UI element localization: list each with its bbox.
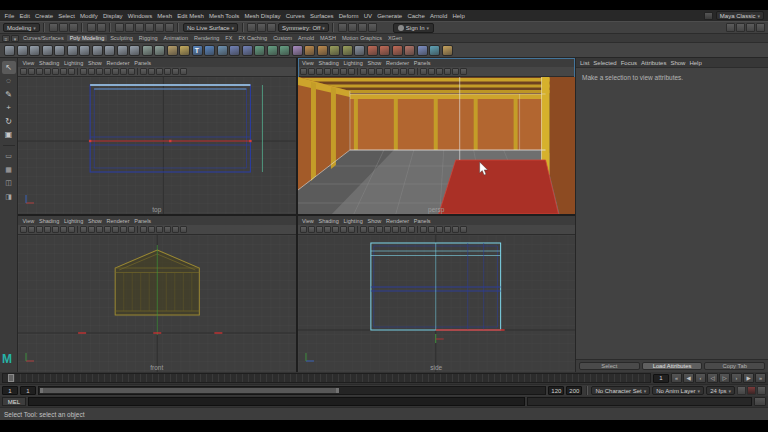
poly-helix-icon[interactable] [129, 45, 140, 56]
step-back-frame-button[interactable]: ◀ [683, 373, 694, 383]
motion-blur-icon[interactable] [452, 226, 459, 233]
sculpt-tool-icon[interactable] [442, 45, 453, 56]
make-live-icon[interactable] [165, 23, 174, 32]
go-to-start-button[interactable]: « [671, 373, 682, 383]
viewport-top[interactable]: ViewShadingLightingShowRendererPanels [18, 58, 296, 214]
ae-menu-selected[interactable]: Selected [593, 60, 616, 66]
vp-menu-view[interactable]: View [20, 60, 37, 66]
vp-menu-view[interactable]: View [20, 218, 37, 224]
menu-help[interactable]: Help [450, 13, 468, 19]
menu-mesh[interactable]: Mesh [155, 13, 175, 19]
menu-deform[interactable]: Deform [336, 13, 361, 19]
mirror-icon[interactable] [417, 45, 428, 56]
camera-attributes-icon[interactable] [316, 226, 323, 233]
menu-curves[interactable]: Curves [283, 13, 307, 19]
2d-pan-zoom-icon[interactable] [340, 68, 347, 75]
script-editor-icon[interactable] [754, 397, 766, 406]
lighting-icon[interactable] [428, 68, 435, 75]
viewport-side[interactable]: ViewShadingLightingShowRendererPanels [298, 216, 576, 372]
field-chart-icon[interactable] [392, 68, 399, 75]
lighting-icon[interactable] [148, 68, 155, 75]
grid-icon[interactable] [360, 226, 367, 233]
ambient-occlusion-icon[interactable] [444, 68, 451, 75]
symmetry-selector[interactable]: Symmetry: Off▾ [278, 23, 329, 32]
grid-icon[interactable] [80, 226, 87, 233]
shelf-tab-animation[interactable]: Animation [161, 35, 191, 41]
poly-disc-icon[interactable] [79, 45, 90, 56]
gate-mask-icon[interactable] [104, 68, 111, 75]
select-camera-icon[interactable] [300, 68, 307, 75]
new-scene-icon[interactable] [49, 23, 58, 32]
grease-pencil-icon[interactable] [68, 226, 75, 233]
poly-plane-icon[interactable] [67, 45, 78, 56]
shelf-tab-rendering[interactable]: Rendering [191, 35, 222, 41]
sweep-mesh-icon[interactable] [217, 45, 228, 56]
viewport-canvas-persp[interactable]: persp [298, 77, 576, 214]
shelf-tab-sculpting[interactable]: Sculpting [107, 35, 136, 41]
vp-menu-shading[interactable]: Shading [316, 218, 341, 224]
ambient-occlusion-icon[interactable] [444, 226, 451, 233]
field-chart-icon[interactable] [112, 226, 119, 233]
motion-blur-icon[interactable] [172, 68, 179, 75]
vp-menu-shading[interactable]: Shading [316, 60, 341, 66]
time-slider[interactable] [2, 373, 651, 383]
vp-menu-panels[interactable]: Panels [411, 60, 433, 66]
resolution-gate-icon[interactable] [96, 226, 103, 233]
frame-all-icon[interactable] [140, 68, 147, 75]
play-forward-button[interactable]: ▷ [719, 373, 730, 383]
vp-menu-lighting[interactable]: Lighting [62, 218, 86, 224]
shadows-icon[interactable] [436, 68, 443, 75]
vp-menu-show[interactable]: Show [86, 60, 105, 66]
snap-to-projected-center-icon[interactable] [145, 23, 154, 32]
construction-history-icon[interactable] [247, 23, 256, 32]
vp-menu-view[interactable]: View [300, 218, 317, 224]
ae-button-copy-tab[interactable]: Copy Tab [704, 362, 765, 370]
combine-icon[interactable] [254, 45, 265, 56]
playback-speed-icon[interactable] [737, 386, 746, 395]
poly-gear-icon[interactable] [142, 45, 153, 56]
two-pane-layout-button[interactable]: ◫ [2, 176, 16, 189]
image-plane-icon[interactable] [332, 68, 339, 75]
booleans-union-icon[interactable] [229, 45, 240, 56]
bookmark-icon[interactable] [324, 68, 331, 75]
render-settings-icon[interactable] [368, 23, 377, 32]
2d-pan-zoom-icon[interactable] [60, 226, 67, 233]
shadows-icon[interactable] [436, 226, 443, 233]
viewport-canvas-front[interactable]: front [18, 235, 296, 372]
snap-to-view-plane-icon[interactable] [155, 23, 164, 32]
shelf-tab-rigging[interactable]: Rigging [136, 35, 161, 41]
menu-mesh-display[interactable]: Mesh Display [242, 13, 283, 19]
lighting-icon[interactable] [148, 226, 155, 233]
separate-icon[interactable] [267, 45, 278, 56]
grid-icon[interactable] [360, 68, 367, 75]
command-line-language-toggle[interactable]: MEL [2, 397, 26, 406]
smooth-icon[interactable] [292, 45, 303, 56]
animation-preferences-icon[interactable] [757, 386, 766, 395]
image-plane-icon[interactable] [52, 68, 59, 75]
menu-uv[interactable]: UV [361, 13, 375, 19]
shelf-tab-motion-graphics[interactable]: Motion Graphics [339, 35, 385, 41]
camera-attributes-icon[interactable] [36, 68, 43, 75]
lasso-select-tool[interactable]: ◌ [2, 74, 16, 87]
image-plane-icon[interactable] [52, 226, 59, 233]
vp-menu-renderer[interactable]: Renderer [104, 218, 132, 224]
sign-in-button[interactable]: Sign In ▾ [393, 23, 434, 33]
shelf-tab-curves-surfaces[interactable]: Curves/Surfaces [20, 35, 67, 41]
menu-windows[interactable]: Windows [125, 13, 155, 19]
bridge-icon[interactable] [329, 45, 340, 56]
select-tool[interactable]: ↖ [2, 61, 16, 74]
auto-keyframe-icon[interactable] [747, 386, 756, 395]
safe-title-icon[interactable] [128, 68, 135, 75]
xray-icon[interactable] [460, 226, 467, 233]
2d-pan-zoom-icon[interactable] [340, 226, 347, 233]
platonic-solid-icon[interactable] [92, 45, 103, 56]
menu-edit[interactable]: Edit [17, 13, 33, 19]
type-tool-icon[interactable]: T [192, 45, 203, 56]
shelf-menu-icon[interactable]: ≡ [2, 35, 10, 42]
command-line-input[interactable] [28, 397, 525, 406]
snap-to-point-icon[interactable] [135, 23, 144, 32]
vp-menu-lighting[interactable]: Lighting [62, 60, 86, 66]
shelf-tab-fx[interactable]: FX [222, 35, 235, 41]
grease-pencil-icon[interactable] [348, 68, 355, 75]
resolution-gate-icon[interactable] [376, 68, 383, 75]
